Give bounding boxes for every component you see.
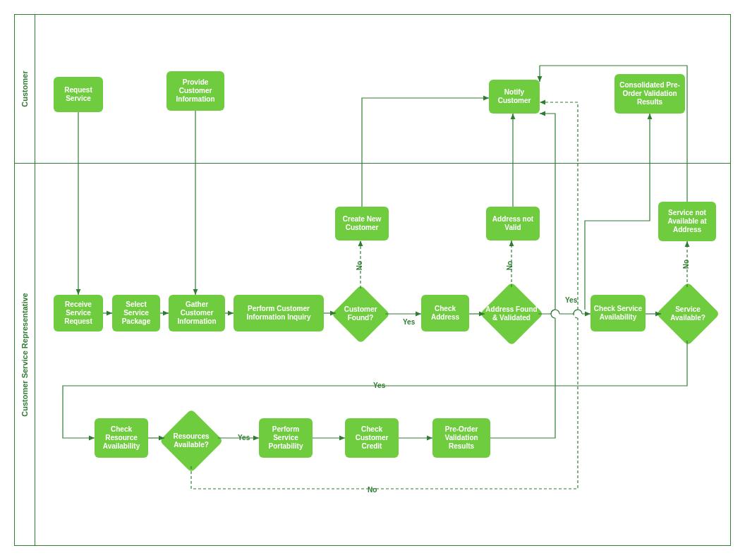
node-perform-portability: Perform Service Portability xyxy=(259,418,313,458)
node-address-valid: Address Found & Validated xyxy=(479,281,544,346)
lane-label-csr: Customer Service Representative xyxy=(15,163,35,547)
node-address-not-valid: Address not Valid xyxy=(486,207,540,241)
node-notify-customer: Notify Customer xyxy=(489,80,540,114)
label-no-address: No xyxy=(506,260,514,272)
label-yes-customer: Yes xyxy=(401,318,416,326)
label-yes-resources: Yes xyxy=(236,434,251,442)
lane-separator xyxy=(15,163,730,164)
node-select-package: Select Service Package xyxy=(112,295,160,331)
swimlane-diagram: Customer Customer Service Representative… xyxy=(14,14,731,546)
node-receive-request: Receive Service Request xyxy=(54,295,103,331)
label-yes-address: Yes xyxy=(564,296,579,304)
node-check-credit: Check Customer Credit xyxy=(345,418,399,458)
node-perform-inquiry: Perform Customer Information Inquiry xyxy=(234,295,324,331)
label-yes-service: Yes xyxy=(372,382,387,389)
node-check-service: Check Service Availability xyxy=(590,295,646,331)
label-no-customer: No xyxy=(356,260,363,272)
node-check-resource: Check Resource Availability xyxy=(95,418,148,458)
label-no-resources: No xyxy=(366,486,378,494)
node-preorder-results: Pre-Order Validation Results xyxy=(432,418,490,458)
node-gather-info: Gather Customer Information xyxy=(169,295,225,331)
lane-label-column: Customer Customer Service Representative xyxy=(15,15,35,545)
node-request-service: Request Service xyxy=(54,77,103,112)
node-check-address: Check Address xyxy=(421,295,469,331)
node-resources-avail: Resources Available? xyxy=(159,408,224,473)
node-create-new: Create New Customer xyxy=(335,207,389,241)
node-customer-found: Customer Found? xyxy=(331,284,390,343)
node-service-not-avail: Service not Available at Address xyxy=(658,202,716,241)
node-provide-info: Provide Customer Information xyxy=(166,71,224,111)
lane-label-customer: Customer xyxy=(15,15,35,163)
node-consolidated: Consolidated Pre-Order Validation Result… xyxy=(614,74,685,114)
node-service-available: Service Available? xyxy=(655,281,720,346)
label-no-service: No xyxy=(682,258,690,270)
